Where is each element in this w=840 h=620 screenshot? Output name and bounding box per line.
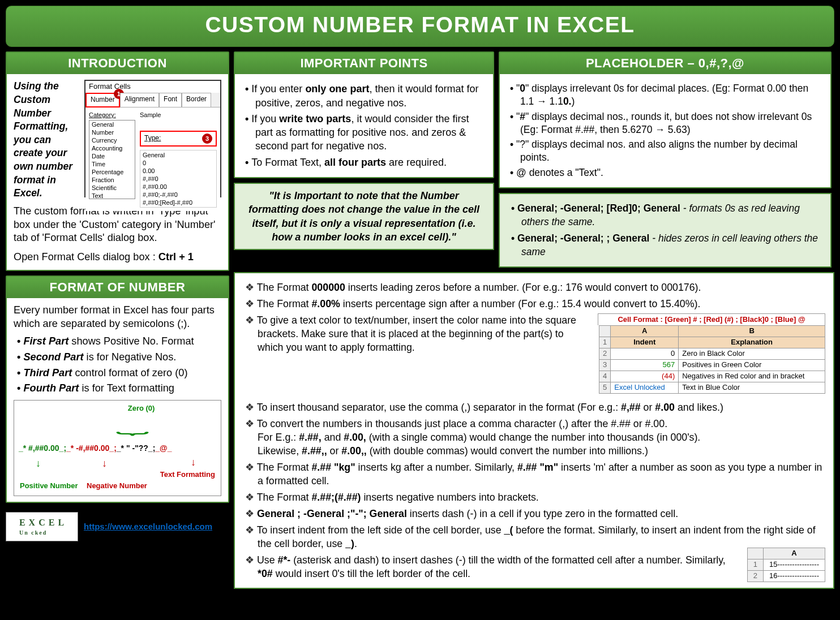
intro-shortcut: Open Format Cells dialog box : Ctrl + 1	[14, 251, 221, 264]
format-lead: Every number format in Excel has four pa…	[14, 304, 221, 330]
important-item-3: To Format Text, all four parts are requi…	[245, 156, 486, 169]
footer-link[interactable]: https://www.excelunlocked.com	[84, 521, 212, 532]
placeholder-item-0: "0" displays irrelevant 0s for decimal p…	[510, 82, 824, 108]
format-part-2: Second Part is for Negative Nos.	[17, 351, 221, 364]
tip-text-color: To give a text color to text/number, ins…	[245, 313, 596, 354]
format-part-4: Fourth Part is for Text formatting	[17, 382, 221, 395]
dlg-tab-font[interactable]: Font	[159, 93, 182, 107]
dlg-type-list[interactable]: General 0 0.00 #,##0 #,##0.00 #,##0;-#,#…	[140, 150, 217, 208]
placeholder-item-3: @ denotes a "Text".	[510, 166, 824, 179]
tip-indent: To insert indent from the left side of t…	[245, 523, 825, 550]
dlg-sample-label: Sample	[140, 111, 217, 119]
tip-fill-dash: Use #*- (asterisk and dash) to insert da…	[245, 553, 726, 580]
logo: E X C E LUn cked	[6, 512, 78, 541]
dlg-category-label: Category:	[89, 111, 135, 119]
dlg-tab-alignment[interactable]: Alignment	[120, 93, 159, 107]
dlg-type-box[interactable]: Type:3	[140, 131, 217, 147]
dlg-category-list[interactable]: General Number Currency Accounting Date …	[89, 120, 135, 199]
placeholder-examples: General; -General; [Red]0; General - for…	[499, 193, 832, 268]
important-item-1: If you enter only one part, then it woul…	[245, 82, 486, 110]
dlg-tab-border[interactable]: Border	[182, 93, 211, 107]
panel-placeholder: PLACEHOLDER – 0,#,?,@ "0" displays irrel…	[499, 51, 832, 188]
tip-convert-thousands: To convert the numbers in thousands just…	[245, 417, 825, 458]
tip-kg-m: The Format #.## "kg" inserts kg after a …	[245, 460, 825, 488]
important-item-2: If you write two parts, it would conside…	[245, 112, 486, 153]
panel-tips: The Format 000000 inserts leading zeros …	[234, 272, 834, 589]
dlg-title: Format Cells	[85, 81, 220, 93]
tip-neg-brackets: The Format #.##;(#.##) inserts negative …	[245, 490, 825, 504]
tip-thousand-sep: To insert thousand separator, use the co…	[245, 401, 825, 414]
footer: E X C E LUn cked https://www.excelunlock…	[6, 512, 229, 541]
intro-lead: Using the Custom Number Formatting, you …	[14, 80, 79, 200]
placeholder-item-1: "#" displays decimal nos., rounds it, bu…	[510, 110, 824, 136]
tip-dash-zero: General ; -General ;"-"; General inserts…	[245, 507, 825, 520]
panel-format-of-number: FORMAT OF NUMBER Every number format in …	[6, 275, 229, 503]
tip-percentage: The Format #.00% inserts percentage sign…	[245, 297, 825, 311]
important-heading: IMPORTANT POINTS	[235, 53, 493, 75]
mini-example-table: A 115----------------- 216--------------…	[747, 548, 825, 582]
panel-important-points: IMPORTANT POINTS If you enter only one p…	[234, 51, 494, 178]
placeholder-heading: PLACEHOLDER – 0,#,?,@	[500, 53, 830, 75]
tip-leading-zeros: The Format 000000 inserts leading zeros …	[245, 281, 825, 294]
important-note-callout: "It is Important to note that the Number…	[234, 183, 494, 250]
format-part-3: Third Part control format of zero (0)	[17, 367, 221, 380]
format-cells-dialog: Format Cells Number1 Alignment Font Bord…	[84, 80, 221, 197]
page-title: CUSTOM NUMBER FORMAT IN EXCEL	[6, 6, 834, 47]
placeholder-item-2: "?" displays decimal nos. and also align…	[510, 138, 824, 164]
format-part-1: First Part shows Positive No. Format	[17, 335, 221, 348]
format-diagram: Zero (0) ⏟ _* #,##0.00_;_* -#,##0.00_;_*…	[14, 400, 221, 496]
panel-introduction: INTRODUCTION Using the Custom Number For…	[6, 51, 229, 271]
format-heading: FORMAT OF NUMBER	[7, 277, 228, 299]
dlg-tab-number[interactable]: Number1	[85, 93, 120, 107]
intro-heading: INTRODUCTION	[7, 53, 228, 75]
example-table: Cell Format : [Green] # ; [Red] (#) ; [B…	[598, 313, 825, 397]
